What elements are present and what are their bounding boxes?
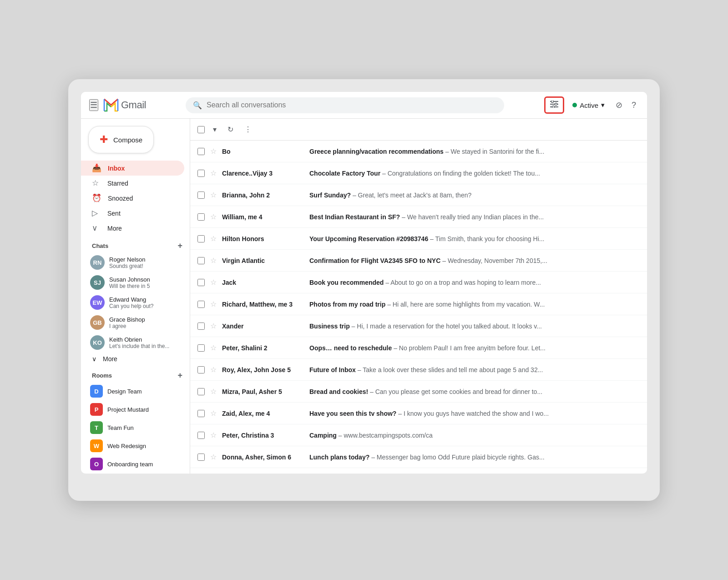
chat-item-edward[interactable]: EW Edward Wang Can you help out? — [81, 293, 190, 313]
email-star-12[interactable]: ☆ — [210, 409, 217, 418]
email-checkbox-4[interactable] — [197, 235, 205, 242]
sidebar-item-inbox[interactable]: 📥 Inbox — [81, 161, 184, 176]
email-subject-2: Surf Sunday? — [309, 192, 351, 199]
email-checkbox-1[interactable] — [197, 170, 205, 177]
room-item-project[interactable]: P Project Mustard — [81, 400, 190, 419]
email-star-4[interactable]: ☆ — [210, 234, 217, 243]
email-preview-0: – We stayed in Santorini for the fi... — [445, 148, 545, 155]
email-row[interactable]: ☆ Virgin Atlantic Confirmation for Fligh… — [190, 250, 647, 272]
chats-add-button[interactable]: + — [177, 241, 182, 251]
email-star-3[interactable]: ☆ — [210, 212, 217, 221]
email-star-6[interactable]: ☆ — [210, 278, 217, 287]
email-star-8[interactable]: ☆ — [210, 322, 217, 330]
email-checkbox-5[interactable] — [197, 257, 205, 264]
support-button[interactable]: ? — [629, 98, 639, 113]
email-star-1[interactable]: ☆ — [210, 169, 217, 177]
inbox-icon: 📥 — [92, 163, 101, 173]
refresh-button[interactable]: ↻ — [225, 122, 236, 136]
email-row[interactable]: ☆ Bo Greece planning/vacation recommenda… — [190, 141, 647, 162]
room-item-team[interactable]: T Team Fun — [81, 419, 190, 437]
email-row[interactable]: ☆ Peter, Shalini 2 Oops… need to resched… — [190, 337, 647, 359]
email-row[interactable]: ☆ Donna, Asher, Simon 6 Lunch plans toda… — [190, 446, 647, 468]
email-row[interactable]: ☆ Roy, Alex, John Jose 5 Future of Inbox… — [190, 359, 647, 381]
email-star-14[interactable]: ☆ — [210, 453, 217, 461]
email-row[interactable]: ☆ Xander Business trip – Hi, I made a re… — [190, 315, 647, 337]
email-star-11[interactable]: ☆ — [210, 387, 217, 396]
email-checkbox-12[interactable] — [197, 410, 205, 417]
chats-more-item[interactable]: ∨ More — [81, 353, 190, 365]
sidebar: ✚ Compose 📥 Inbox ☆ Starred ⏰ Snoozed ▷ — [81, 119, 190, 474]
email-star-2[interactable]: ☆ — [210, 191, 217, 199]
room-badge-design: D — [90, 385, 103, 398]
email-checkbox-6[interactable] — [197, 279, 205, 286]
email-content-14: Lunch plans today? – Messenger bag lomo … — [309, 454, 640, 461]
email-subject-9: Oops… need to reschedule — [309, 344, 392, 352]
room-badge-onboarding: O — [90, 458, 103, 470]
email-checkbox-8[interactable] — [197, 323, 205, 330]
sidebar-item-starred[interactable]: ☆ Starred — [81, 176, 184, 191]
header: ☰ — [81, 92, 647, 119]
sidebar-item-sent[interactable]: ▷ Sent — [81, 206, 184, 221]
email-star-10[interactable]: ☆ — [210, 365, 217, 374]
email-row[interactable]: ☆ John, Richard, me 3 Business trip – Hi… — [190, 468, 647, 474]
email-subject-10: Future of Inbox — [309, 366, 356, 373]
email-checkbox-14[interactable] — [197, 454, 205, 461]
email-star-5[interactable]: ☆ — [210, 256, 217, 265]
room-item-onboarding[interactable]: O Onboarding team — [81, 455, 190, 473]
email-row[interactable]: ☆ Jack Book you recommended – About to g… — [190, 272, 647, 293]
search-input[interactable] — [207, 101, 497, 109]
email-row[interactable]: ☆ Peter, Christina 3 Camping – www.bestc… — [190, 424, 647, 446]
email-checkbox-13[interactable] — [197, 432, 205, 439]
email-sender-12: Zaid, Alex, me 4 — [222, 410, 304, 417]
email-subject-8: Business trip — [309, 323, 350, 330]
email-row[interactable]: ☆ Richard, Matthew, me 3 Photos from my … — [190, 293, 647, 315]
chat-item-susan[interactable]: SJ Susan Johnson Will be there in 5 — [81, 272, 190, 293]
rooms-add-button[interactable]: + — [177, 371, 182, 380]
sidebar-item-snoozed[interactable]: ⏰ Snoozed — [81, 191, 184, 206]
email-star-7[interactable]: ☆ — [210, 300, 217, 308]
filter-view-button[interactable] — [544, 96, 564, 114]
chat-item-grace[interactable]: GB Grace Bishop I agree — [81, 313, 190, 333]
chats-label: Chats — [92, 242, 108, 249]
select-all-checkbox[interactable] — [197, 126, 205, 133]
email-preview-4: – Tim Smith, thank you for choosing Hi..… — [430, 235, 544, 242]
room-name-project: Project Mustard — [107, 406, 149, 413]
active-status-button[interactable]: Active ▾ — [568, 98, 609, 112]
room-name-onboarding: Onboarding team — [107, 461, 153, 468]
chat-item-roger[interactable]: RN Roger Nelson Sounds great! — [81, 252, 190, 272]
room-item-design[interactable]: D Design Team — [81, 382, 190, 400]
email-checkbox-11[interactable] — [197, 388, 205, 395]
filter-icon — [550, 101, 558, 108]
email-row[interactable]: ☆ Brianna, John 2 Surf Sunday? – Great, … — [190, 184, 647, 206]
email-checkbox-9[interactable] — [197, 344, 205, 352]
more-options-button[interactable]: ⋮ — [242, 122, 254, 136]
menu-button[interactable]: ☰ — [89, 99, 98, 111]
email-checkbox-10[interactable] — [197, 366, 205, 373]
email-content-4: Your Upcoming Reservation #20983746 – Ti… — [309, 235, 640, 242]
snooze-icon: ⏰ — [92, 193, 101, 203]
email-row[interactable]: ☆ Clarence..Vijay 3 Chocolate Factory To… — [190, 162, 647, 184]
email-star-9[interactable]: ☆ — [210, 343, 217, 352]
email-checkbox-2[interactable] — [197, 192, 205, 199]
room-item-web[interactable]: W Web Redesign — [81, 437, 190, 455]
star-icon: ☆ — [92, 178, 101, 188]
email-star-13[interactable]: ☆ — [210, 431, 217, 439]
email-checkbox-3[interactable] — [197, 213, 205, 221]
email-checkbox-0[interactable] — [197, 148, 205, 155]
sidebar-item-more[interactable]: ∨ More — [81, 221, 184, 236]
email-row[interactable]: ☆ Mizra, Paul, Asher 5 Bread and cookies… — [190, 381, 647, 403]
email-row[interactable]: ☆ Hilton Honors Your Upcoming Reservatio… — [190, 228, 647, 250]
email-preview-5: – Wednesday, November 7th 2015,... — [442, 257, 547, 264]
chat-item-keith[interactable]: KO Keith Obrien Let's include that in th… — [81, 333, 190, 353]
email-sender-1: Clarence..Vijay 3 — [222, 170, 304, 177]
select-dropdown-button[interactable]: ▾ — [210, 122, 219, 136]
help-button[interactable]: ⊘ — [613, 97, 625, 113]
chat-name-keith: Keith Obrien — [109, 336, 182, 343]
compose-button[interactable]: ✚ Compose — [88, 126, 154, 153]
email-checkbox-7[interactable] — [197, 301, 205, 308]
email-star-0[interactable]: ☆ — [210, 147, 217, 156]
room-badge-web: W — [90, 439, 103, 452]
rooms-label: Rooms — [92, 372, 112, 379]
email-row[interactable]: ☆ William, me 4 Best Indian Restaurant i… — [190, 206, 647, 228]
email-row[interactable]: ☆ Zaid, Alex, me 4 Have you seen this tv… — [190, 403, 647, 424]
